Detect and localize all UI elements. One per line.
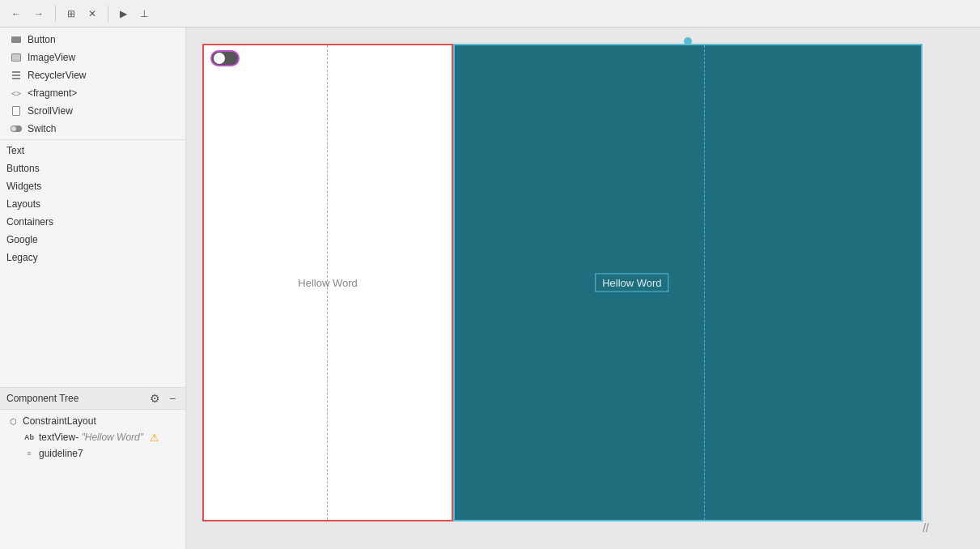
palette-label-fragment: <fragment> — [28, 87, 77, 99]
forward-button[interactable]: → — [29, 6, 49, 21]
category-legacy[interactable]: Legacy — [0, 249, 185, 266]
settings-icon[interactable]: ⚙ — [148, 392, 161, 405]
switch-palette-icon — [10, 122, 23, 135]
palette-label-switch: Switch — [28, 123, 56, 134]
toolbar: ← → ⊞ ✕ ▶ ⊥ — [0, 0, 980, 28]
toolbar-separator-2 — [108, 6, 108, 22]
category-text-label: Text — [6, 145, 24, 156]
hello-word-design: Hellow Word — [298, 277, 357, 289]
scrollview-icon — [10, 104, 23, 117]
tree-item-textview[interactable]: Ab textView- "Hellow Word" ⚠ — [0, 429, 185, 445]
tree-label-guideline7: guideline7 — [39, 448, 83, 459]
palette-item-switch[interactable]: Switch — [0, 120, 185, 138]
device-frame-design[interactable]: Hellow Word — [202, 44, 453, 521]
palette-label-scrollview: ScrollView — [28, 105, 73, 117]
component-tree-actions: ⚙ − — [148, 392, 179, 405]
palette-item-imageview[interactable]: ImageView — [0, 49, 185, 66]
left-sidebar: Button ImageView RecyclerView <> — [0, 28, 186, 549]
recyclerview-icon — [10, 69, 23, 82]
category-buttons-label: Buttons — [6, 163, 40, 174]
category-containers[interactable]: Containers — [0, 213, 185, 231]
guideline-icon: ≡ — [23, 447, 36, 460]
tree-content: ⬡ ConstraintLayout Ab textView- "Hellow … — [0, 410, 185, 549]
main-layout: Button ImageView RecyclerView <> — [0, 28, 980, 549]
palette-label-recyclerview: RecyclerView — [28, 70, 86, 81]
category-text[interactable]: Text — [0, 142, 185, 160]
category-widgets-label: Widgets — [6, 181, 41, 192]
palette-item-fragment[interactable]: <> <fragment> — [0, 84, 185, 102]
category-google[interactable]: Google — [0, 231, 185, 249]
tree-label-textview: textView- "Hellow Word" — [39, 432, 143, 443]
device-frame-blueprint[interactable]: Hellow Word — [453, 44, 923, 521]
palette-divider — [0, 139, 185, 140]
download-button[interactable]: ⊥ — [135, 6, 153, 21]
component-tree-title: Component Tree — [6, 393, 78, 404]
design-view: Hellow Word — [202, 44, 453, 521]
palette-label-button: Button — [28, 34, 56, 45]
hello-word-blueprint: Hellow Word — [595, 274, 668, 292]
switch-widget[interactable] — [210, 50, 240, 66]
resize-handle[interactable]: // — [923, 521, 929, 534]
category-google-label: Google — [6, 234, 38, 245]
minimize-icon[interactable]: − — [166, 392, 179, 405]
guideline-blueprint — [704, 45, 705, 520]
toolbar-separator-1 — [55, 6, 56, 22]
palette-section: Button ImageView RecyclerView <> — [0, 28, 185, 387]
play-button[interactable]: ▶ — [115, 6, 132, 21]
back-button[interactable]: ← — [6, 6, 26, 21]
component-tree-panel: Component Tree ⚙ − ⬡ ConstraintLayout Ab… — [0, 387, 185, 549]
tree-item-guideline7[interactable]: ≡ guideline7 — [0, 445, 185, 462]
category-legacy-label: Legacy — [6, 252, 38, 263]
layout-icon: ⬡ — [6, 415, 19, 428]
category-layouts[interactable]: Layouts — [0, 195, 185, 213]
textview-tree-icon: Ab — [23, 431, 36, 444]
warning-icon-textview: ⚠ — [150, 432, 159, 444]
palette-item-button[interactable]: Button — [0, 31, 185, 49]
tree-item-constraint-layout[interactable]: ⬡ ConstraintLayout — [0, 413, 185, 429]
palette-item-scrollview[interactable]: ScrollView — [0, 102, 185, 120]
category-buttons[interactable]: Buttons — [0, 160, 185, 177]
grid-button[interactable]: ⊞ — [62, 6, 80, 21]
palette-item-recyclerview[interactable]: RecyclerView — [0, 66, 185, 84]
component-tree-header: Component Tree ⚙ − — [0, 388, 185, 410]
category-layouts-label: Layouts — [6, 198, 40, 210]
imageview-icon — [10, 51, 23, 64]
canvas-area[interactable]: Hellow Word Hellow Word // — [186, 28, 980, 549]
blueprint-container: Hellow Word // — [453, 44, 923, 521]
switch-thumb — [214, 53, 225, 64]
category-widgets[interactable]: Widgets — [0, 177, 185, 195]
category-containers-label: Containers — [6, 216, 53, 228]
button-icon — [10, 33, 23, 46]
palette-label-imageview: ImageView — [28, 52, 75, 63]
fragment-icon: <> — [10, 87, 23, 100]
tree-label-constraint-layout: ConstraintLayout — [23, 415, 96, 427]
close-button[interactable]: ✕ — [83, 6, 101, 21]
